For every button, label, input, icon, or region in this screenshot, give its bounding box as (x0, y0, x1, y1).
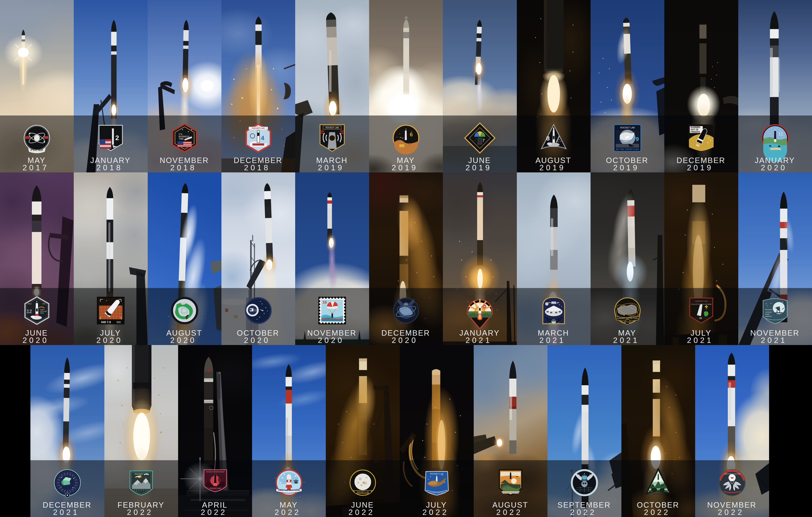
svg-text:2022: 2022 (127, 508, 153, 517)
svg-text:2022: 2022 (496, 508, 522, 517)
svg-text:ROCKET LAB: ROCKET LAB (549, 322, 560, 324)
svg-text:2021: 2021 (53, 508, 80, 517)
svg-text:500: 500 (117, 321, 121, 324)
svg-text:6: 6 (410, 131, 413, 138)
svg-text:2022: 2022 (274, 508, 301, 517)
svg-text:INSIGHT: INSIGHT (765, 316, 772, 317)
svg-text:ROCKET LAB: ROCKET LAB (357, 491, 369, 493)
svg-text:RETURN TO SENDER: RETURN TO SENDER (321, 318, 343, 321)
svg-text:ROCKET LAB: ROCKET LAB (430, 472, 443, 475)
svg-text:9: 9 (636, 136, 639, 142)
svg-text:THERE AND BACK AGAIN: THERE AND BACK AGAIN (278, 489, 300, 491)
svg-text:ROCKET LAB: ROCKET LAB (252, 127, 265, 129)
svg-text:2018: 2018 (170, 163, 197, 172)
svg-text:IT'S A TEST: IT'S A TEST (30, 149, 43, 151)
svg-text:2020: 2020 (23, 336, 49, 345)
svg-text:2020: 2020 (96, 336, 123, 345)
svg-text:2: 2 (115, 134, 119, 141)
svg-text:ROCKET LAB: ROCKET LAB (210, 487, 221, 489)
svg-text:2019: 2019 (318, 163, 344, 172)
svg-text:2022: 2022 (201, 508, 227, 517)
svg-text:RUNNING: RUNNING (691, 126, 700, 129)
svg-text:NRO: NRO (42, 303, 46, 305)
svg-text:ROCKET LAB: ROCKET LAB (695, 300, 707, 302)
svg-text:2022: 2022 (423, 508, 449, 517)
svg-text:AS THE CROW FLIES: AS THE CROW FLIES (616, 148, 639, 151)
svg-text:ROCKET LAB: ROCKET LAB (765, 309, 776, 310)
svg-text:ROCKET LAB: ROCKET LAB (334, 301, 345, 303)
svg-text:21: 21 (699, 317, 702, 319)
svg-text:2019: 2019 (466, 163, 492, 172)
svg-text:LOVE AT: LOVE AT (765, 311, 772, 313)
svg-text:8: 8 (546, 135, 550, 142)
svg-text:540 7.0: 540 7.0 (101, 320, 111, 324)
svg-text:2019: 2019 (613, 163, 639, 172)
svg-text:CATCH ME IF YOU CAN: CATCH ME IF YOU CAN (724, 473, 740, 475)
svg-text:2021: 2021 (761, 336, 787, 345)
svg-text:2020: 2020 (392, 336, 418, 345)
svg-text:IT'S: IT'S (179, 133, 182, 136)
svg-text:FINGERS: FINGERS (691, 131, 700, 133)
svg-text:2019: 2019 (539, 163, 566, 172)
svg-text:4: 4 (261, 134, 264, 141)
svg-text:NASA: NASA (28, 303, 32, 305)
svg-text:15: 15 (254, 309, 257, 312)
svg-text:2020: 2020 (244, 336, 270, 345)
svg-text:100+: 100+ (552, 302, 556, 304)
svg-text:RUNNING OUT OF TOES: RUNNING OUT OF TOES (617, 317, 638, 319)
svg-text:TIME: TIME (179, 138, 184, 140)
svg-text:2022: 2022 (644, 508, 670, 517)
svg-text:2021: 2021 (687, 336, 714, 345)
svg-text:ROCKET LAB: ROCKET LAB (653, 493, 664, 495)
svg-text:WITHOUT MISSION A BEAT: WITHOUT MISSION A BEAT (206, 471, 225, 472)
svg-text:2019: 2019 (392, 163, 418, 172)
svg-text:7: 7 (483, 138, 485, 143)
svg-text:FIRST: FIRST (765, 313, 770, 315)
svg-text:12: 12 (26, 308, 32, 314)
svg-text:2020: 2020 (170, 336, 197, 345)
svg-text:2020: 2020 (761, 163, 787, 172)
svg-text:ROCKET LAB: ROCKET LAB (620, 126, 635, 129)
svg-text:2022: 2022 (718, 508, 744, 517)
svg-text:2021: 2021 (539, 336, 566, 345)
svg-text:2021: 2021 (613, 336, 639, 345)
svg-text:NOW: NOW (40, 312, 44, 314)
svg-text:DON'T: DON'T (40, 309, 45, 310)
svg-text:ANTIPODEAN ADVENTURE: ANTIPODEAN ADVENTURE (501, 492, 520, 493)
svg-text:16: 16 (322, 300, 327, 304)
svg-text:2017: 2017 (23, 163, 49, 172)
svg-text:ROCKET LAB: ROCKET LAB (326, 127, 339, 129)
svg-text:11: 11 (778, 131, 783, 137)
svg-text:2021: 2021 (466, 336, 492, 345)
svg-text:2020: 2020 (318, 336, 344, 345)
svg-text:WISE ONE LOOKS AHEAD: WISE ONE LOOKS AHEAD (428, 492, 445, 494)
svg-text:2022: 2022 (570, 508, 597, 517)
svg-text:2019: 2019 (687, 163, 714, 172)
svg-text:OUT OF: OUT OF (691, 129, 698, 131)
svg-text:18: 18 (483, 305, 486, 308)
svg-text:2018: 2018 (96, 163, 123, 172)
svg-text:2022: 2022 (349, 508, 375, 517)
svg-text:2018: 2018 (244, 163, 270, 172)
svg-text:BUSINESS: BUSINESS (179, 136, 190, 138)
svg-text:STOP ME: STOP ME (40, 310, 47, 312)
